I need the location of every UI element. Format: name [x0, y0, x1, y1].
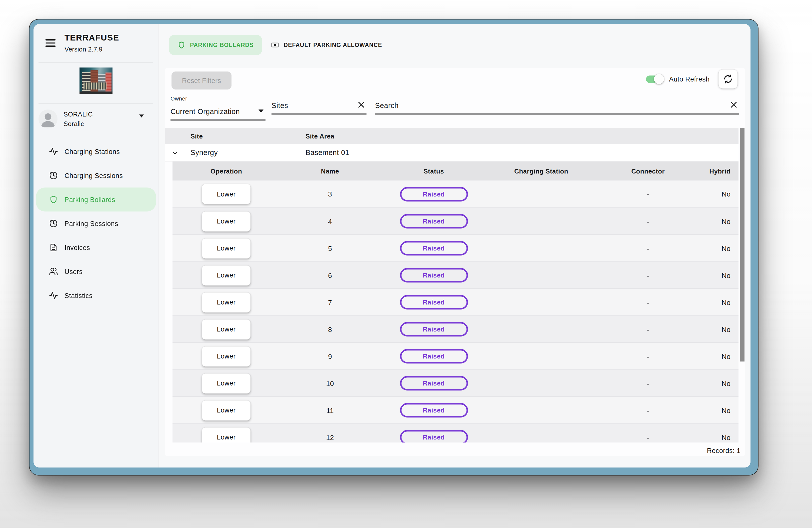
sidebar-item-charging-stations[interactable]: Charging Stations [33, 140, 158, 163]
lower-button[interactable]: Lower [202, 238, 250, 258]
lower-button[interactable]: Lower [202, 319, 250, 339]
tabs-row: PARKING BOLLARDS DEFAULT PARKING ALLOWAN… [169, 35, 384, 55]
owner-value: Current Organization [171, 107, 240, 116]
hybrid-cell: No [701, 406, 739, 414]
table-row: Lower 9 Raised - No [173, 342, 739, 369]
table-scrollbar-thumb[interactable] [740, 128, 744, 362]
sidebar-item-label: Charging Sessions [64, 172, 123, 179]
refresh-button[interactable] [719, 70, 738, 88]
history-icon [49, 219, 58, 228]
sidebar-item-charging-sessions[interactable]: Charging Sessions [33, 163, 158, 188]
lower-button[interactable]: Lower [202, 400, 250, 420]
hybrid-cell: No [701, 190, 739, 198]
column-header-connector: Connector [595, 167, 701, 175]
clear-icon[interactable] [729, 101, 738, 109]
lower-button[interactable]: Lower [202, 265, 250, 285]
person-icon [39, 109, 58, 129]
hybrid-cell: No [701, 217, 739, 225]
connector-cell: - [595, 433, 701, 441]
field-underline [171, 119, 265, 120]
chevron-down-icon[interactable] [259, 109, 263, 115]
lower-button[interactable]: Lower [202, 373, 250, 393]
tab-parking-bollards[interactable]: PARKING BOLLARDS [169, 35, 262, 55]
connector-cell: - [595, 352, 701, 360]
table-rows: Lower 3 Raised - No Lower 4 Raised - No … [173, 180, 739, 442]
lower-button[interactable]: Lower [202, 427, 250, 442]
sidebar-item-statistics[interactable]: Statistics [33, 283, 158, 308]
org-photo-wrap [33, 62, 158, 99]
sidebar-item-parking-bollards[interactable]: Parking Bollards [36, 188, 156, 211]
sidebar-item-label: Invoices [64, 244, 90, 251]
tab-label: PARKING BOLLARDS [190, 42, 254, 48]
lower-button[interactable]: Lower [202, 346, 250, 366]
bollards-detail: Operation Name Status Charging Station C… [173, 161, 739, 442]
connector-cell: - [595, 217, 701, 225]
file-text-icon [49, 243, 58, 252]
site-column-header: Site [190, 132, 203, 140]
connector-cell: - [595, 271, 701, 279]
column-header-name: Name [280, 167, 380, 175]
table-row: Lower 8 Raised - No [173, 316, 739, 342]
sites-input[interactable]: Sites [272, 102, 288, 109]
status-cell: Raised [380, 349, 488, 364]
profile-switcher[interactable]: SORALIC Soralic [33, 103, 158, 134]
chevron-down-icon[interactable] [139, 115, 144, 120]
table-row: Lower 3 Raised - No [173, 180, 739, 207]
sidebar-item-label: Users [64, 268, 83, 275]
lower-button[interactable]: Lower [202, 211, 250, 231]
search-input[interactable]: Search [375, 102, 398, 109]
shield-icon [49, 195, 58, 204]
status-cell: Raised [380, 430, 488, 442]
lower-button[interactable]: Lower [202, 184, 250, 204]
operation-cell: Lower [173, 265, 280, 285]
status-cell: Raised [380, 295, 488, 309]
name-cell: 8 [280, 325, 380, 333]
hybrid-cell: No [701, 271, 739, 279]
connector-cell: - [595, 406, 701, 414]
field-underline [272, 114, 366, 115]
sidebar-item-parking-sessions[interactable]: Parking Sessions [33, 211, 158, 235]
status-cell: Raised [380, 403, 488, 417]
auto-refresh-toggle[interactable] [646, 75, 663, 83]
table-row: Lower 7 Raised - No [173, 289, 739, 316]
app-title: TERRAFUSE [64, 33, 119, 43]
column-header-hybrid: Hybrid [701, 167, 739, 175]
reset-filters-button[interactable]: Reset Filters [172, 72, 232, 89]
status-badge: Raised [400, 349, 468, 364]
site-area-name: Basement 01 [305, 148, 349, 157]
site-group-row[interactable]: Synergy Basement 01 [165, 144, 739, 161]
column-header-charging-station: Charging Station [488, 167, 595, 175]
name-cell: 12 [280, 433, 380, 441]
status-cell: Raised [380, 268, 488, 282]
operation-cell: Lower [173, 238, 280, 258]
profile-org: SORALIC [63, 111, 93, 118]
status-badge: Raised [400, 403, 468, 417]
sidebar-item-users[interactable]: Users [33, 260, 158, 283]
collapse-chevron-icon[interactable] [172, 149, 178, 157]
status-badge: Raised [400, 214, 468, 229]
tab-default-parking-allowance[interactable]: DEFAULT PARKING ALLOWANCE [269, 35, 384, 55]
lower-button[interactable]: Lower [202, 292, 250, 312]
name-cell: 11 [280, 406, 380, 414]
name-cell: 10 [280, 379, 380, 387]
sidebar-item-invoices[interactable]: Invoices [33, 235, 158, 260]
table-row: Lower 12 Raised - No [173, 424, 739, 442]
status-badge: Raised [400, 322, 468, 337]
toggle-knob [654, 74, 664, 84]
clear-icon[interactable] [357, 101, 365, 109]
owner-filter[interactable]: Owner Current Organization [171, 96, 265, 117]
name-cell: 6 [280, 271, 380, 279]
operation-cell: Lower [173, 292, 280, 312]
profile-user: Soralic [63, 120, 93, 128]
status-badge: Raised [400, 430, 468, 442]
status-cell: Raised [380, 214, 488, 229]
site-area-column-header: Site Area [305, 132, 334, 140]
shield-icon [177, 41, 186, 49]
search-filter[interactable]: Search [375, 100, 739, 112]
column-header-operation: Operation [173, 167, 280, 175]
sites-filter[interactable]: Sites [272, 100, 366, 112]
sidebar-item-label: Parking Bollards [64, 196, 115, 203]
status-cell: Raised [380, 187, 488, 201]
menu-hamburger-icon[interactable] [45, 39, 56, 47]
sidebar-item-label: Parking Sessions [64, 220, 118, 227]
